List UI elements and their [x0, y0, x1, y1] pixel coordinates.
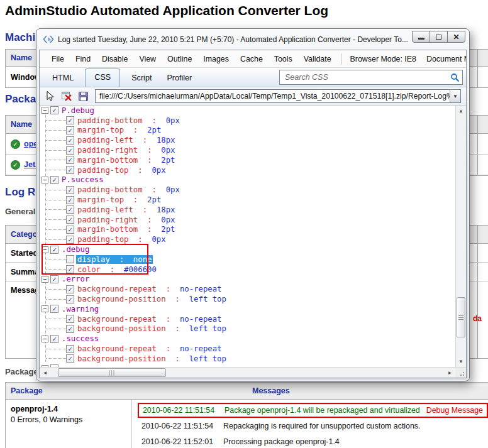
rule-checkbox[interactable]	[66, 196, 74, 204]
rule-checkbox[interactable]	[50, 275, 58, 283]
scroll-left-icon[interactable]: ◄	[40, 368, 50, 378]
rule-checkbox[interactable]	[66, 186, 74, 194]
rule-checkbox[interactable]	[50, 364, 58, 367]
tree-row[interactable]: .error	[40, 275, 455, 285]
menu-item[interactable]: View	[133, 53, 162, 65]
rule-checkbox[interactable]	[66, 345, 74, 353]
scroll-down-icon[interactable]: ▼	[456, 356, 466, 367]
collapse-minus-icon[interactable]	[42, 177, 48, 183]
tree-row[interactable]: P.success	[40, 175, 455, 185]
rule-checkbox[interactable]	[50, 246, 58, 254]
clear-css-button[interactable]	[60, 90, 74, 102]
tree-row[interactable]: padding-top : 0px	[40, 234, 455, 244]
resize-grip[interactable]	[455, 368, 466, 378]
tree-row[interactable]: background-position : left top	[40, 354, 455, 364]
css-property-separator: :	[161, 315, 175, 324]
rule-checkbox[interactable]	[66, 265, 74, 273]
restore-button[interactable]	[430, 31, 448, 43]
rule-checkbox[interactable]	[66, 146, 74, 155]
rule-checkbox[interactable]	[66, 325, 74, 333]
tree-row[interactable]: padding-bottom : 0px	[40, 116, 455, 126]
vertical-scroll-thumb[interactable]	[457, 297, 465, 337]
menu-item[interactable]: Outline	[162, 53, 197, 65]
rule-checkbox[interactable]	[66, 126, 74, 134]
menu-item[interactable]: Find	[70, 53, 96, 65]
tree-row[interactable]: .debug	[40, 244, 455, 254]
rule-checkbox[interactable]	[66, 295, 74, 303]
close-button[interactable]: ✕	[447, 31, 465, 43]
scroll-right-icon[interactable]: ►	[445, 368, 455, 378]
machine-col-name: Name	[11, 53, 32, 62]
rule-checkbox[interactable]	[66, 285, 74, 293]
menu-item[interactable]: Cache	[235, 53, 269, 65]
tree-row[interactable]: color : #006600	[40, 265, 455, 275]
tree-row[interactable]: padding-bottom : 0px	[40, 185, 455, 195]
column-divider	[477, 263, 478, 281]
search-icon[interactable]	[450, 73, 460, 82]
collapse-minus-icon[interactable]	[42, 276, 48, 283]
tree-row[interactable]: padding-left : 18px	[40, 135, 455, 145]
collapse-minus-icon[interactable]	[42, 336, 48, 342]
rule-checkbox[interactable]	[66, 136, 74, 145]
menu-item[interactable]: Images	[197, 53, 235, 65]
tree-row[interactable]: background-repeat : no-repeat	[40, 284, 455, 294]
rule-checkbox[interactable]	[66, 236, 74, 244]
tree-row[interactable]: padding-right : 0px	[40, 145, 455, 155]
collapse-minus-icon[interactable]	[42, 246, 48, 253]
url-combobox[interactable]: file:///C:/Users/michaelurman/AppData/Lo…	[95, 89, 461, 103]
tab[interactable]: CSS	[85, 68, 120, 87]
tree-row[interactable]: padding-left : 18px	[40, 205, 455, 215]
window-titlebar[interactable]: Log started Tuesday, June 22, 2010 5:21 …	[36, 29, 469, 50]
dropdown-arrow-icon[interactable]: ▼	[450, 90, 460, 102]
tab[interactable]: Script	[124, 70, 159, 87]
vertical-scrollbar[interactable]: ▲ ▼	[455, 106, 466, 367]
tree-row[interactable]: background-repeat : no-repeat	[40, 314, 455, 324]
rule-checkbox[interactable]	[66, 216, 74, 224]
rule-checkbox[interactable]	[66, 156, 74, 164]
select-element-button[interactable]	[43, 90, 57, 102]
rule-checkbox[interactable]	[66, 315, 74, 323]
tree-row[interactable]: background-position : left top	[40, 294, 455, 304]
save-button[interactable]	[76, 90, 90, 102]
menu-item[interactable]: File	[46, 53, 70, 65]
tree-row[interactable]: background-repeat : no-repeat	[40, 344, 455, 354]
rule-checkbox[interactable]	[50, 106, 58, 114]
collapse-minus-icon[interactable]	[42, 365, 48, 367]
tree-row[interactable]: padding-right : 0px	[40, 215, 455, 225]
tree-row[interactable]: padding-top : 0px	[40, 165, 455, 175]
rule-checkbox[interactable]	[66, 166, 74, 174]
search-css-input[interactable]	[285, 73, 450, 82]
browser-mode-menu[interactable]: Browser Mode: IE8	[345, 53, 421, 65]
tree-row[interactable]: .warning	[40, 304, 455, 314]
collapse-minus-icon[interactable]	[42, 107, 48, 114]
tree-row[interactable]: display : none	[40, 254, 455, 265]
tab[interactable]: HTML	[45, 70, 81, 87]
tree-row[interactable]: .success	[40, 334, 455, 344]
menu-item[interactable]: Disable	[96, 53, 133, 65]
horizontal-scrollbar[interactable]: ◄ ||| ►	[40, 367, 466, 378]
rule-checkbox[interactable]	[66, 226, 74, 234]
minimize-button[interactable]	[412, 31, 430, 43]
rule-checkbox[interactable]	[66, 205, 74, 214]
rule-checkbox[interactable]	[66, 116, 74, 124]
rule-checkbox[interactable]	[50, 335, 58, 343]
tree-row[interactable]: background-position : left top	[40, 324, 455, 334]
tab[interactable]: Profiler	[159, 70, 199, 87]
tree-row[interactable]: margin-bottom : 2pt	[40, 155, 455, 165]
horizontal-scroll-thumb[interactable]: |||	[58, 368, 166, 377]
rule-checkbox[interactable]	[66, 354, 74, 363]
menu-item[interactable]: Validate	[298, 53, 337, 65]
rule-checkbox[interactable]	[50, 305, 58, 313]
rule-checkbox[interactable]	[50, 176, 58, 184]
document-mode-menu[interactable]: Document Mode: Quirks	[421, 53, 467, 65]
tree-row[interactable]: margin-top : 2pt	[40, 126, 455, 136]
tree-row[interactable]: P.debug	[40, 106, 455, 116]
menu-item[interactable]: Tools	[269, 53, 298, 65]
tree-row[interactable]: margin-bottom : 2pt	[40, 225, 455, 235]
tree-branch-line	[46, 358, 66, 359]
tree-row[interactable]	[40, 364, 455, 367]
scroll-up-icon[interactable]: ▲	[456, 106, 466, 116]
rule-checkbox[interactable]	[66, 255, 74, 263]
tree-row[interactable]: margin-top : 2pt	[40, 195, 455, 205]
collapse-minus-icon[interactable]	[42, 305, 48, 312]
